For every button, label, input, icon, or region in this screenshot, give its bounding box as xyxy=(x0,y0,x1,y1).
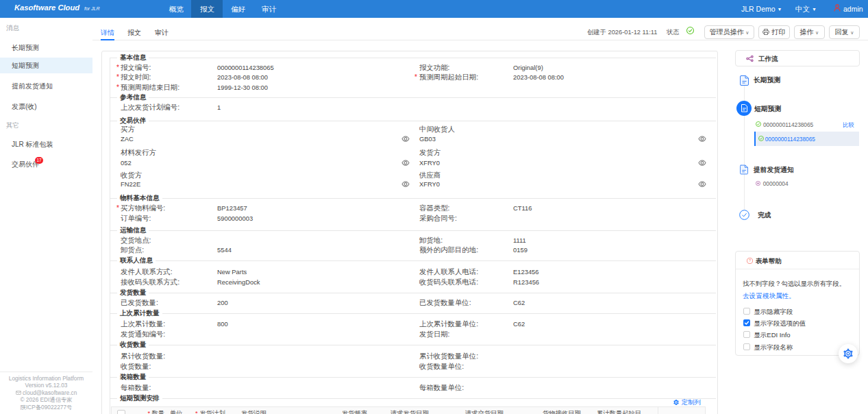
svg-text:?: ? xyxy=(749,258,751,263)
